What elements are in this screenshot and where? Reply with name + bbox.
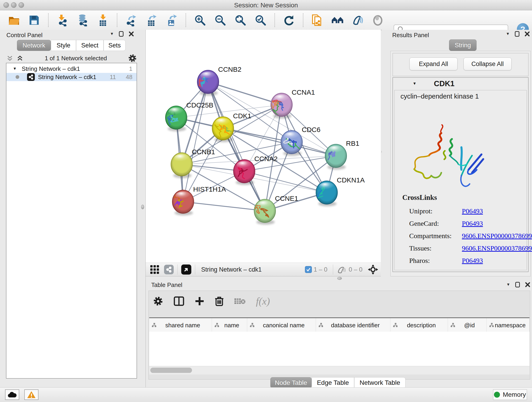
column-header-namespace[interactable]: namespace xyxy=(487,318,530,332)
node-label-CDC25B: CDC25B xyxy=(186,101,213,109)
view-toolbar-separator xyxy=(177,264,177,274)
edge-HIST1H1A-CCNE1[interactable] xyxy=(183,202,265,211)
network-row[interactable]: String Network – cdk1 11 48 xyxy=(6,73,137,81)
protein-result-section: ▼ CDK1 cyclin–dependent kinase 1 xyxy=(393,77,529,272)
collapse-all-icon[interactable] xyxy=(6,55,14,62)
table-toolbar: f(x) xyxy=(153,294,270,308)
show-graphics-icon[interactable] xyxy=(372,14,384,26)
cloud-button[interactable] xyxy=(5,389,19,400)
results-button-box: Expand All Collapse All xyxy=(393,53,529,76)
network-canvas[interactable]: CCNB2CCNA1CDC25BCDK1CDC6RB1CCNB1CCNA2CDK… xyxy=(146,30,381,263)
float-panel-icon[interactable] xyxy=(515,282,520,287)
export-table-icon[interactable] xyxy=(145,14,158,26)
delete-table-icon[interactable] xyxy=(234,297,246,306)
expand-all-icon[interactable] xyxy=(16,55,24,62)
tab-node-table[interactable]: Node Table xyxy=(270,377,312,388)
column-header-shared-name[interactable]: shared name xyxy=(149,318,212,332)
uniprot-link[interactable]: P06493 xyxy=(462,207,483,215)
node-CCNB2[interactable]: CCNB2 xyxy=(196,65,241,96)
grid-view-icon[interactable] xyxy=(149,264,160,275)
compartments-link[interactable]: 9606.ENSP00000378699 xyxy=(462,232,532,240)
panel-menu-icon[interactable]: ▼ xyxy=(506,282,510,287)
node-count: 11 xyxy=(110,74,116,81)
protein-header-row[interactable]: ▼ CDK1 xyxy=(393,78,528,89)
section-expander-icon[interactable]: ▼ xyxy=(413,81,417,86)
tissues-link[interactable]: 9606.ENSP00000378699 xyxy=(462,244,532,252)
toolbar-separator xyxy=(117,13,117,27)
fit-selected-icon[interactable] xyxy=(367,264,379,275)
open-file-icon[interactable] xyxy=(8,14,20,26)
birdseye-view-icon[interactable] xyxy=(181,264,191,274)
show-columns-icon[interactable] xyxy=(173,296,184,306)
homes-icon[interactable] xyxy=(331,14,344,26)
node-CDC25B[interactable]: CDC25B xyxy=(165,101,213,131)
close-panel-icon[interactable] xyxy=(525,282,530,287)
close-panel-icon[interactable] xyxy=(525,31,530,37)
float-panel-icon[interactable] xyxy=(119,31,123,37)
memory-button[interactable]: Memory xyxy=(493,389,527,400)
network-collection-row[interactable]: ▼ String Network – cdk1 1 xyxy=(6,65,137,73)
export-network-icon[interactable] xyxy=(125,14,138,26)
network-tree: ▼ String Network – cdk1 1 String Network… xyxy=(6,63,137,379)
panel-menu-icon[interactable]: ▼ xyxy=(110,32,114,36)
pharos-link[interactable]: P06493 xyxy=(462,257,483,264)
column-header-name[interactable]: name xyxy=(212,318,247,332)
node-HIST1H1A[interactable]: HIST1H1A xyxy=(172,185,226,216)
save-session-icon[interactable] xyxy=(28,14,40,26)
collapse-all-button[interactable]: Collapse All xyxy=(463,57,512,70)
refresh-icon[interactable] xyxy=(283,14,295,26)
edge-CCNB2-CCNA1[interactable] xyxy=(208,82,282,105)
import-table-icon[interactable] xyxy=(97,14,109,26)
node-CDC6[interactable]: CDC6 xyxy=(281,126,321,156)
selected-checkbox-icon[interactable] xyxy=(305,266,312,273)
float-panel-icon[interactable] xyxy=(515,31,519,37)
gear-icon[interactable] xyxy=(128,54,137,63)
node-RB1[interactable]: RB1 xyxy=(325,140,359,170)
horizontal-scrollbar[interactable] xyxy=(149,366,530,375)
node-CDK1[interactable]: CDK1 xyxy=(212,112,251,142)
tab-string[interactable]: String xyxy=(449,39,476,51)
close-panel-icon[interactable] xyxy=(128,31,134,37)
import-database-icon[interactable] xyxy=(76,14,89,26)
node-CCNA1[interactable]: CCNA1 xyxy=(271,89,315,121)
protein-structure-image xyxy=(404,120,491,196)
node-CCNE1[interactable]: CCNE1 xyxy=(254,195,298,225)
tab-sets[interactable]: Sets xyxy=(104,40,126,51)
warning-button[interactable] xyxy=(24,389,38,400)
network-row-label: String Network – cdk1 xyxy=(38,74,96,81)
title-bar: Session: New Session xyxy=(0,0,532,10)
add-column-icon[interactable] xyxy=(195,296,205,306)
column-header-database-identifier[interactable]: database identifier xyxy=(316,318,390,332)
panel-menu-icon[interactable]: ▼ xyxy=(506,32,510,36)
left-splitter-handle[interactable] xyxy=(141,205,144,209)
zoom-in-icon[interactable] xyxy=(194,14,206,26)
node-CDKN1A[interactable]: CDKN1A xyxy=(312,176,365,206)
tree-expander-icon[interactable]: ▼ xyxy=(13,66,17,71)
tab-style[interactable]: Style xyxy=(51,40,76,51)
tab-select[interactable]: Select xyxy=(76,40,104,51)
crosslink-label: Uniprot: xyxy=(409,207,462,215)
column-header-description[interactable]: description xyxy=(390,318,448,332)
view-toolbar-separator xyxy=(195,264,195,274)
tab-network-table[interactable]: Network Table xyxy=(354,377,405,388)
zoom-out-icon[interactable] xyxy=(214,14,226,26)
expand-all-button[interactable]: Expand All xyxy=(409,57,457,70)
share-document-icon[interactable] xyxy=(311,14,323,26)
genecard-link[interactable]: P06493 xyxy=(462,220,483,227)
export-image-icon[interactable] xyxy=(165,14,178,26)
control-panel-tabs: Network Style Select Sets xyxy=(17,40,126,51)
scrollbar-thumb[interactable] xyxy=(150,368,192,373)
string-view-icon[interactable] xyxy=(164,265,174,274)
column-header-canonical-name[interactable]: canonical name xyxy=(247,318,316,332)
import-network-icon[interactable] xyxy=(56,14,69,26)
edge-CCNB2-HIST1H1A[interactable] xyxy=(183,82,208,202)
zoom-selected-icon[interactable] xyxy=(254,14,267,26)
column-header--id[interactable]: @id xyxy=(448,318,487,332)
tab-edge-table[interactable]: Edge Table xyxy=(312,377,354,388)
bottom-splitter-handle[interactable] xyxy=(337,277,342,280)
delete-column-icon[interactable] xyxy=(215,296,224,306)
zoom-fit-icon[interactable] xyxy=(234,14,247,26)
tab-network[interactable]: Network xyxy=(17,40,51,51)
gear-icon[interactable] xyxy=(153,296,163,306)
hide-details-icon[interactable] xyxy=(351,14,364,26)
